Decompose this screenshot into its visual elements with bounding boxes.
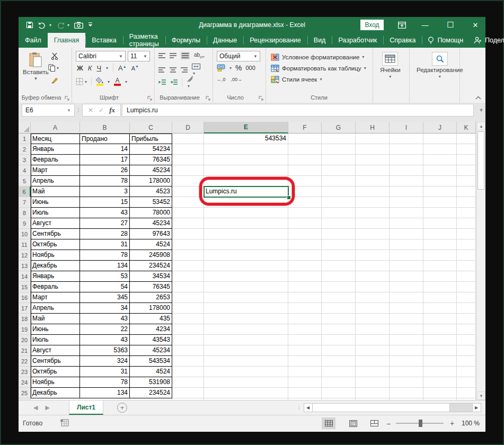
cell-H12[interactable] (356, 250, 390, 261)
cell-H13[interactable] (356, 261, 390, 271)
cell-I17[interactable] (390, 303, 423, 314)
tab-split-handle[interactable]: ⁞ (298, 405, 300, 411)
cell-A19[interactable]: Июнь (31, 324, 80, 335)
add-sheet-button[interactable]: + (117, 403, 127, 413)
cell-B1[interactable]: Продано (80, 134, 130, 144)
cell-G8[interactable] (322, 208, 356, 218)
cell-H2[interactable] (356, 144, 390, 155)
cell-C5[interactable]: 178000 (130, 176, 172, 186)
cell-A23[interactable]: Октябрь (31, 367, 80, 377)
cell-C12[interactable]: 245908 (130, 250, 172, 261)
cell-F4[interactable] (288, 165, 322, 176)
cell-B16[interactable]: 345 (80, 292, 130, 303)
cell-D4[interactable] (172, 165, 204, 176)
cell-G16[interactable] (322, 292, 356, 303)
cell-F24[interactable] (288, 377, 322, 388)
cell-C2[interactable]: 54234 (130, 144, 172, 155)
cell-I5[interactable] (390, 176, 423, 186)
tab-Главная[interactable]: Главная (48, 33, 86, 48)
row-header-14[interactable]: 14 (19, 271, 31, 282)
normal-view-button[interactable] (322, 417, 335, 429)
cell-F22[interactable] (288, 356, 322, 367)
cell-K20[interactable] (457, 335, 476, 345)
cells-dropdown-icon[interactable]: ▾ (389, 74, 391, 79)
cell-I22[interactable] (390, 356, 423, 367)
cell-F7[interactable] (288, 197, 322, 208)
column-header-F[interactable]: F (288, 122, 322, 134)
cell-A2[interactable]: Январь (31, 144, 80, 155)
scroll-down-icon[interactable]: ▼ (477, 391, 485, 400)
cell-K4[interactable] (457, 165, 476, 176)
paste-button[interactable]: Вставить ▼ (23, 52, 49, 81)
cell-B9[interactable]: 27 (80, 218, 130, 229)
cell-G10[interactable] (322, 229, 356, 239)
cell-J22[interactable] (423, 356, 457, 367)
cell-A21[interactable]: Август (31, 345, 80, 356)
zoom-in-icon[interactable]: + (450, 419, 454, 428)
cell-H5[interactable] (356, 176, 390, 186)
column-header-B[interactable]: B (80, 122, 130, 134)
tab-share-label[interactable]: Поделиться (485, 37, 504, 44)
cell-H22[interactable] (356, 356, 390, 367)
cell-G6[interactable] (322, 186, 356, 197)
cell-D1[interactable] (172, 134, 204, 144)
cell-I25[interactable] (390, 388, 423, 398)
cell-A12[interactable]: Ноябрь (31, 250, 80, 261)
cell-G18[interactable] (322, 314, 356, 324)
hscroll-left-icon[interactable]: ◀ (304, 403, 313, 412)
cell-B10[interactable]: 28 (80, 229, 130, 239)
cell-J20[interactable] (423, 335, 457, 345)
cell-J23[interactable] (423, 367, 457, 377)
cell-J3[interactable] (423, 155, 457, 165)
format-as-table-button[interactable]: Форматировать как таблицу▾ (271, 63, 366, 74)
cell-D9[interactable] (172, 218, 204, 229)
cell-B6[interactable]: 3 (80, 186, 130, 197)
zoom-out-icon[interactable]: − (386, 420, 391, 428)
italic-button[interactable]: К (88, 64, 92, 72)
cell-F6[interactable] (288, 186, 322, 197)
cell-K13[interactable] (457, 261, 476, 271)
cell-I11[interactable] (390, 239, 423, 250)
cell-C15[interactable]: 76345 (130, 282, 172, 292)
cell-I24[interactable] (390, 377, 423, 388)
merge-center-icon[interactable]: ▾ (192, 64, 200, 76)
cell-J25[interactable] (423, 388, 457, 398)
cell-I2[interactable] (390, 144, 423, 155)
cell-D5[interactable] (172, 176, 204, 186)
cell-J5[interactable] (423, 176, 457, 186)
prev-sheet-icon[interactable]: ◀ (33, 404, 38, 411)
save-icon[interactable] (26, 21, 33, 29)
cell-H6[interactable] (356, 186, 390, 197)
column-header-C[interactable]: C (130, 122, 172, 134)
cell-H20[interactable] (356, 335, 390, 345)
cell-F16[interactable] (288, 292, 322, 303)
cell-E9[interactable] (204, 218, 288, 229)
cell-K10[interactable] (457, 229, 476, 239)
cell-styles-button[interactable]: Стили ячеек▾ (271, 74, 366, 85)
cell-E2[interactable] (204, 144, 288, 155)
cell-K18[interactable] (457, 314, 476, 324)
number-dialog-launcher-icon[interactable] (259, 96, 263, 101)
cell-H4[interactable] (356, 165, 390, 176)
cell-J2[interactable] (423, 144, 457, 155)
cell-A5[interactable]: Апрель (31, 176, 80, 186)
cell-K12[interactable] (457, 250, 476, 261)
row-header-17[interactable]: 17 (19, 303, 31, 314)
column-header-E[interactable]: E (204, 122, 288, 134)
cell-H25[interactable] (356, 388, 390, 398)
cell-C13[interactable]: 234524 (130, 261, 172, 271)
copy-icon[interactable]: ▾ (48, 63, 59, 73)
cancel-entry-icon[interactable]: ✕ (88, 106, 93, 114)
cell-A13[interactable]: Декабрь (31, 261, 80, 271)
cell-E10[interactable] (204, 229, 288, 239)
redo-icon[interactable] (56, 22, 65, 29)
cell-A17[interactable]: Апрель (31, 303, 80, 314)
cell-A16[interactable]: Март (31, 292, 80, 303)
cell-H15[interactable] (356, 282, 390, 292)
cell-H3[interactable] (356, 155, 390, 165)
cell-F10[interactable] (288, 229, 322, 239)
zoom-slider-thumb[interactable] (419, 420, 422, 427)
cell-C19[interactable]: 4234 (130, 324, 172, 335)
increase-indent-icon[interactable] (170, 79, 178, 85)
column-header-J[interactable]: J (423, 122, 457, 134)
